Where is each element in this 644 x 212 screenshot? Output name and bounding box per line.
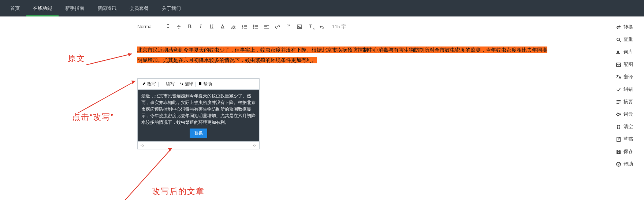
undo-button[interactable] [318,23,325,30]
italic-button[interactable]: I [197,23,204,30]
editor-toolbar: Normal B I U ” Tx 115 字 [137,21,549,33]
link-button[interactable] [274,23,281,30]
svg-point-7 [253,26,254,27]
nav-membership[interactable]: 会员套餐 [123,0,155,16]
clear-format-button[interactable]: Tx [307,23,314,30]
popup-rewrite-label: 改写 [147,81,156,87]
format-select-label: Normal [137,24,153,29]
popup-header: 改写 续写 翻译 帮助 [138,79,259,90]
side-wordcloud[interactable]: 词云 [616,108,633,120]
arrow-click-rewrite [77,79,139,114]
side-image-label: 配图 [623,61,633,68]
svg-text:A: A [617,50,620,54]
svg-rect-11 [199,82,201,85]
side-save-label: 保存 [623,148,633,155]
popup-footer: <‹ ›> [138,141,259,149]
svg-point-14 [617,38,620,41]
right-sidebar: 转换 查重 A词库 配图 翻译 纠错 摘要 词云 清空 草稿 保存 帮助 [549,16,643,201]
svg-point-17 [619,114,621,115]
side-clear[interactable]: 清空 [616,120,633,133]
top-nav: 首页 在线功能 新手指南 新闻资讯 会员套餐 关于我们 [0,0,644,16]
popup-help-button[interactable]: 帮助 [196,80,214,88]
word-count: 115 字 [332,23,346,30]
popup-help-label: 帮助 [203,81,212,87]
editor-area: Normal B I U ” Tx 115 字 北京市民近期感觉到今年夏天的蚊虫… [137,16,549,201]
nav-about[interactable]: 关于我们 [155,0,187,16]
side-convert[interactable]: 转换 [616,21,633,33]
unordered-list-button[interactable] [252,23,259,30]
nav-online-tools[interactable]: 在线功能 [26,0,59,16]
side-translate-label: 翻译 [623,74,633,80]
translate-icon [179,82,183,87]
side-help[interactable]: 帮助 [616,158,633,170]
svg-point-8 [253,28,254,29]
replace-button[interactable]: 替换 [190,129,207,138]
side-translate[interactable]: 翻译 [616,71,633,83]
side-thesaurus-label: 词库 [623,49,633,55]
side-wordcloud-label: 词云 [623,111,633,118]
rewrite-popup: 改写 续写 翻译 帮助 最近，北京市民普遍感到今年 [137,78,260,149]
svg-marker-1 [128,53,132,57]
side-correct-label: 纠错 [623,86,633,93]
popup-continue-label: 续写 [166,81,175,87]
ordered-list-button[interactable] [241,23,248,30]
strike-icon[interactable] [175,23,182,30]
svg-line-0 [86,54,132,65]
underline-button[interactable]: U [208,23,215,30]
annotation-layer: 原文 点击“改写” [0,16,137,201]
nav-guide[interactable]: 新手指南 [59,0,91,16]
popup-body: 最近，北京市民普遍感到今年夏天的蚊虫数量减少了。然而，事实并非如此，实际上蚊虫密… [138,90,259,141]
rewritten-text: 最近，北京市民普遍感到今年夏天的蚊虫数量减少了。然而，事实并非如此，实际上蚊虫密… [141,93,256,126]
nav-home[interactable]: 首页 [4,0,26,16]
svg-line-2 [78,81,135,113]
prev-button[interactable]: <‹ [141,143,144,148]
annotation-label-click-rewrite: 点击“改写” [72,112,114,123]
nav-news[interactable]: 新闻资讯 [91,0,123,16]
image-button[interactable] [296,23,303,30]
annotation-label-original: 原文 [68,53,85,64]
side-draft-label: 草稿 [623,136,633,142]
side-convert-label: 转换 [623,24,633,30]
side-plagiarism-label: 查重 [623,36,633,43]
annotation-label-after-rewrite: 改写后的文章 [152,186,205,197]
annotation-layer-2: 改写后的文章 [137,149,549,201]
side-clear-label: 清空 [623,123,633,130]
highlight-button[interactable] [230,23,237,30]
side-summary-label: 摘要 [623,98,633,105]
svg-rect-9 [297,25,302,29]
side-correct[interactable]: 纠错 [616,83,633,96]
original-text: 北京市民近期感觉到今年夏天的蚊虫少了，但事实上，蚊虫密度并没有下降。根据北京市疾… [137,47,547,63]
side-summary[interactable]: 摘要 [616,96,633,108]
plus-icon [161,82,165,87]
popup-translate-label: 翻译 [185,81,193,87]
chevron-updown-icon [165,23,171,30]
side-save[interactable]: 保存 [616,145,633,158]
svg-marker-3 [131,81,135,84]
svg-point-6 [253,25,254,26]
popup-translate-button[interactable]: 翻译 [177,80,196,88]
popup-continue-button[interactable]: 续写 [159,80,177,88]
original-text-block[interactable]: 北京市民近期感觉到今年夏天的蚊虫少了，但事实上，蚊虫密度并没有下降。根据北京市疾… [137,45,549,65]
side-draft[interactable]: 草稿 [616,133,633,145]
side-plagiarism[interactable]: 查重 [616,33,633,46]
side-thesaurus[interactable]: A词库 [616,46,633,58]
arrow-original [86,52,137,66]
format-select[interactable]: Normal [137,23,171,30]
doc-icon [198,82,202,87]
next-button[interactable]: ›> [253,143,256,148]
bold-button[interactable]: B [186,23,193,30]
quote-button[interactable]: ” [285,23,292,30]
side-help-label: 帮助 [623,161,633,167]
popup-rewrite-button[interactable]: 改写 [140,80,158,88]
font-color-button[interactable] [219,23,226,30]
side-image[interactable]: 配图 [616,58,633,71]
align-button[interactable] [263,23,270,30]
pencil-icon [142,82,146,87]
